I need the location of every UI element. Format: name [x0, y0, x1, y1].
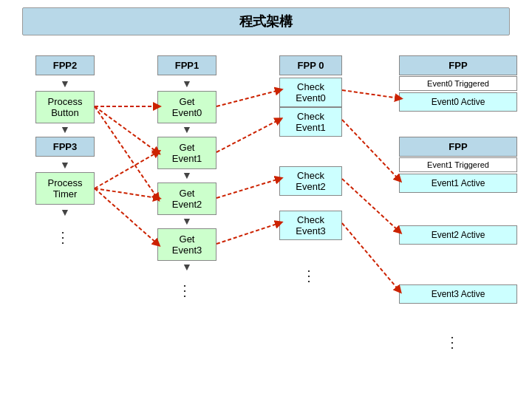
arrow-fpp3-2 [35, 205, 95, 219]
arrow-ce1-ea1 [342, 120, 399, 180]
get-event2-box: GetEvent2 [157, 183, 216, 215]
fpp-header-1: FPP [399, 55, 517, 75]
event1-triggered: Event1 Triggered [399, 157, 517, 172]
arrow-fpp1-2 [157, 122, 216, 137]
check-event0b-box: CheckEvent1 [279, 107, 342, 137]
arrow-fpp3-1 [35, 157, 95, 172]
arrow-ge2-ce2 [216, 179, 279, 198]
arrow-pt-ge1 [95, 152, 157, 188]
get-event3-box: GetEvent3 [157, 228, 216, 261]
check-event3-box: CheckEvent3 [279, 211, 342, 240]
arrow-ge3-ce3 [216, 223, 279, 244]
event1-active: Event1 Active [399, 174, 517, 193]
arrow-fpp2-1 [35, 76, 95, 91]
event0-triggered: Event0 Triggered [399, 76, 517, 91]
arrow-pt-ge3 [95, 188, 157, 244]
get-event0-box: GetEvent0 [157, 91, 216, 123]
dots-left: ⋮ [55, 228, 72, 246]
event0-active: Event0 Active [399, 92, 517, 112]
fpp-header-2: FPP [399, 137, 517, 157]
fpp3-header: FPP3 [35, 137, 95, 157]
arrow-pb-ge1 [95, 106, 157, 152]
arrow-fpp1-4 [157, 214, 216, 228]
arrow-fpp1-5 [157, 259, 216, 274]
title-bar: 程式架構 [22, 7, 510, 35]
arrow-pb-ge2 [95, 106, 157, 198]
arrow-fpp1-1 [157, 76, 216, 91]
arrow-ce2-ea2 [342, 179, 399, 231]
arrow-pt-ge2 [95, 188, 157, 198]
get-event1-box: GetEvent1 [157, 137, 216, 169]
dots-fpp0: ⋮ [301, 267, 318, 284]
fpp1-header: FPP1 [157, 55, 216, 75]
arrow-fpp2-2 [35, 122, 95, 137]
fpp2-header: FPP2 [35, 55, 95, 75]
check-event2-box: CheckEvent2 [279, 166, 342, 196]
dots-fpp: ⋮ [445, 333, 461, 351]
title-text: 程式架構 [239, 14, 293, 29]
arrow-ge0-ce0 [216, 90, 279, 106]
arrow-ge1-ce1 [216, 120, 279, 152]
arrow-ce3-ea3 [342, 223, 399, 290]
process-button-box: ProcessButton [35, 91, 95, 123]
event2-active: Event2 Active [399, 225, 517, 245]
event3-active: Event3 Active [399, 284, 517, 304]
arrow-ce0-ea0 [342, 90, 399, 98]
check-event0-box: CheckEvent0 [279, 78, 342, 107]
dots-mid: ⋮ [177, 282, 194, 299]
process-timer-box: ProcessTimer [35, 172, 95, 205]
arrow-fpp1-3 [157, 168, 216, 183]
fpp0-header: FPP 0 [279, 55, 342, 75]
